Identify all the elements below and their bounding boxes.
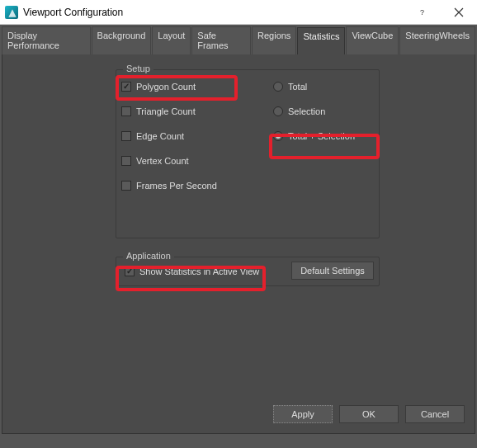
dialog-window: Viewport Configuration ? Display Perform… [0, 0, 477, 448]
edge-count-checkbox[interactable] [121, 131, 131, 141]
footer-buttons: Apply OK Cancel [273, 405, 465, 423]
window-title: Viewport Configuration [23, 7, 404, 18]
tab-display-performance[interactable]: Display Performance [2, 26, 91, 54]
apply-button[interactable]: Apply [273, 405, 333, 423]
tab-background[interactable]: Background [92, 26, 152, 54]
tab-safe-frames[interactable]: Safe Frames [191, 26, 251, 54]
polygon-count-checkbox[interactable] [121, 82, 131, 92]
polygon-count-label: Polygon Count [136, 82, 196, 92]
show-statistics-checkbox[interactable] [125, 266, 135, 276]
edge-count-label: Edge Count [136, 131, 184, 141]
vertex-count-checkbox[interactable] [121, 156, 131, 166]
show-statistics-label: Show Statistics in Active View [139, 266, 259, 276]
tab-layout[interactable]: Layout [152, 26, 191, 54]
tab-steeringwheels[interactable]: SteeringWheels [399, 26, 475, 54]
application-legend: Application [123, 251, 174, 261]
tab-regions[interactable]: Regions [252, 26, 296, 54]
selection-label: Selection [288, 106, 325, 116]
titlebar: Viewport Configuration ? [0, 0, 477, 25]
app-icon [5, 6, 18, 19]
selection-radio[interactable] [273, 106, 283, 116]
vertex-count-label: Vertex Count [136, 156, 189, 166]
default-settings-button[interactable]: Default Settings [291, 262, 374, 280]
triangle-count-label: Triangle Count [136, 106, 196, 116]
triangle-count-checkbox[interactable] [121, 106, 131, 116]
close-button[interactable] [441, 0, 477, 24]
total-selection-radio[interactable] [273, 131, 283, 141]
tab-strip: Display Performance Background Layout Sa… [0, 25, 477, 54]
tab-statistics[interactable]: Statistics [297, 27, 345, 55]
fps-label: Frames Per Second [136, 181, 217, 191]
svg-text:?: ? [420, 8, 424, 17]
setup-legend: Setup [123, 64, 153, 73]
cancel-button[interactable]: Cancel [405, 405, 465, 423]
setup-group: Setup Polygon Count Triangle Count Edge … [116, 69, 380, 238]
ok-button[interactable]: OK [339, 405, 399, 423]
total-label: Total [288, 82, 307, 92]
total-radio[interactable] [273, 82, 283, 92]
total-selection-label: Total + Selection [288, 131, 355, 141]
fps-checkbox[interactable] [121, 181, 131, 191]
help-button[interactable]: ? [404, 0, 441, 24]
tab-content: Setup Polygon Count Triangle Count Edge … [2, 54, 475, 434]
tab-viewcube[interactable]: ViewCube [346, 26, 399, 54]
